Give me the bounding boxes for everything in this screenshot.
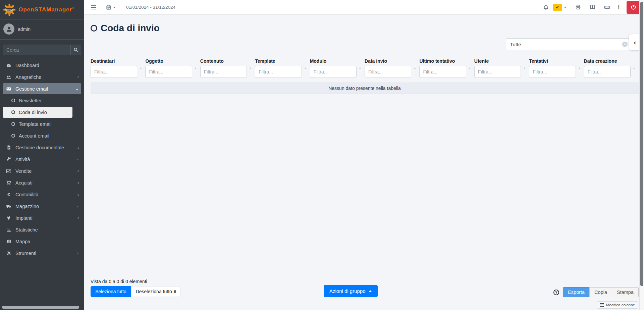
brand-header[interactable]: OSM OpenSTAManager®: [0, 0, 84, 19]
column-header[interactable]: Data invio: [365, 58, 419, 64]
table-footer: Vista da 0 a 0 di 0 elementi Seleziona t…: [91, 268, 639, 310]
session-status-button[interactable]: ✔: [552, 4, 570, 11]
sort-caret-icon[interactable]: ▲: [194, 66, 197, 70]
search-input[interactable]: [3, 45, 70, 55]
sort-caret-icon[interactable]: ▲: [359, 66, 362, 70]
sidebar-item-contabilita[interactable]: € Contabilità ‹: [3, 189, 81, 200]
sidebar-item-anagrafiche[interactable]: Anagrafiche ‹: [3, 71, 81, 83]
search-button[interactable]: [70, 45, 81, 55]
filter-input-tentativi[interactable]: [529, 66, 576, 78]
keyboard-icon: [604, 4, 610, 10]
sidebar-item-attivita[interactable]: Attività ‹: [3, 154, 81, 165]
user-avatar: [3, 23, 14, 35]
filter-input-data-creazione[interactable]: [584, 66, 631, 78]
registered-mark: ®: [72, 7, 74, 10]
column-header[interactable]: Template: [255, 58, 310, 64]
filter-input-ultimo-tentativo[interactable]: [419, 66, 466, 78]
deselect-all-button[interactable]: Deseleziona tutto 0: [131, 286, 181, 297]
table-column-contenuto: Contenuto ▲: [200, 58, 255, 78]
column-header[interactable]: Destinatari: [91, 58, 145, 64]
sort-caret-icon[interactable]: ▲: [633, 66, 636, 70]
sort-caret-icon[interactable]: ▲: [578, 66, 581, 70]
table-column-destinatari: Destinatari ▲: [91, 58, 145, 78]
filter-input-oggetto[interactable]: [145, 66, 192, 78]
group-actions-button[interactable]: Azioni di gruppo: [324, 285, 378, 297]
sidebar-item-dashboard[interactable]: Dashboard: [3, 60, 81, 71]
sidebar-item-mappa[interactable]: Mappa: [3, 236, 81, 247]
column-header[interactable]: Data creazione: [584, 58, 639, 64]
sort-caret-icon[interactable]: ▲: [523, 66, 526, 70]
sidebar-item-gestione-documentale[interactable]: Gestione documentale ‹: [3, 142, 81, 153]
sort-caret-icon[interactable]: ▲: [413, 66, 416, 70]
sidebar-item-account-email[interactable]: Account email: [3, 130, 81, 141]
sidebar-item-label: Gestione email: [15, 86, 48, 92]
select-all-button[interactable]: Seleziona tutto: [91, 286, 131, 297]
sidebar-item-coda-di-invio[interactable]: Coda di invio: [3, 107, 72, 118]
export-button[interactable]: Esporta: [563, 287, 590, 297]
column-header[interactable]: Modulo: [310, 58, 365, 64]
sidebar-item-strumenti[interactable]: Strumenti ‹: [3, 248, 81, 259]
calendar-picker-button[interactable]: [103, 5, 119, 10]
table-column-tentativi: Tentativi ▲: [529, 58, 584, 78]
scrollbar-thumb[interactable]: [640, 2, 643, 286]
filter-input-contenuto[interactable]: [200, 66, 247, 78]
user-panel[interactable]: admin: [0, 19, 84, 40]
filter-input-modulo[interactable]: [310, 66, 357, 78]
column-header[interactable]: Ultimo tentativo: [419, 58, 474, 64]
chevron-left-icon: ‹: [77, 74, 79, 80]
notifications-button[interactable]: [540, 4, 552, 10]
circle-icon: [11, 99, 15, 102]
sidebar-item-gestione-email[interactable]: Gestione email ⌄: [3, 83, 81, 94]
filter-input-destinatari[interactable]: [91, 66, 137, 78]
chevron-left-icon: ‹: [77, 192, 79, 197]
document-icon: [5, 145, 12, 150]
export-button-group: Esporta Copia Stampa: [563, 287, 639, 297]
edit-columns-button[interactable]: Modifica colonne: [597, 301, 638, 309]
date-range[interactable]: 01/01/2024 - 31/12/2024: [126, 5, 175, 10]
sort-caret-icon[interactable]: ▲: [468, 66, 471, 70]
filter-input-template[interactable]: [255, 66, 302, 78]
chevron-left-icon: ‹: [77, 251, 79, 256]
filter-input-data-invio[interactable]: [365, 66, 411, 78]
sort-caret-icon[interactable]: ▲: [304, 66, 307, 70]
check-badge-icon: ✔: [553, 4, 562, 11]
table-column-utente: Utente ▲: [474, 58, 529, 78]
sort-caret-icon[interactable]: ▲: [139, 66, 142, 70]
sidebar-item-impianti[interactable]: Impianti ‹: [3, 212, 81, 223]
sort-caret-icon[interactable]: ▲: [249, 66, 252, 70]
column-header[interactable]: Contenuto: [200, 58, 255, 64]
svg-text:OSM: OSM: [6, 8, 13, 11]
column-header[interactable]: Oggetto: [145, 58, 200, 64]
docs-button[interactable]: [587, 4, 598, 10]
clear-filter-icon[interactable]: ×: [622, 42, 628, 47]
logout-button[interactable]: [627, 1, 640, 14]
sidebar-item-acquisti[interactable]: Acquisti ‹: [3, 177, 81, 188]
sidebar-item-newsletter[interactable]: Newsletter: [3, 95, 81, 106]
sidebar-horizontal-scrollbar[interactable]: [2, 306, 79, 309]
shopping-cart-icon: [5, 180, 12, 186]
table-column-data-invio: Data invio ▲: [365, 58, 419, 78]
deselect-all-label: Deseleziona tutto: [136, 289, 172, 294]
sidebar-item-magazzino[interactable]: Magazzino ‹: [3, 201, 81, 212]
main-content: Coda di invio Tutte × Destinatari ▲ Ogge…: [84, 15, 644, 310]
help-icon[interactable]: ?: [553, 290, 559, 295]
sidebar-toggle-button[interactable]: [88, 5, 100, 10]
sidebar-item-label: Magazzino: [15, 204, 39, 209]
module-filter-select[interactable]: Tutte ×: [506, 38, 639, 50]
sidebar-item-label: Vendite: [15, 168, 32, 174]
sidebar-item-vendite[interactable]: Vendite ‹: [3, 165, 81, 176]
info-button[interactable]: i: [615, 4, 623, 10]
wrench-icon: [5, 157, 12, 162]
print-table-button[interactable]: Stampa: [612, 287, 639, 297]
sidebar-item-template-email[interactable]: Template email: [3, 118, 81, 130]
shortcuts-button[interactable]: [601, 4, 613, 10]
column-header[interactable]: Utente: [474, 58, 529, 64]
euro-icon: €: [5, 192, 12, 197]
sidebar-item-statistiche[interactable]: Statistiche: [3, 224, 81, 235]
vertical-scrollbar[interactable]: [639, 0, 644, 310]
filter-input-utente[interactable]: [474, 66, 521, 78]
copy-button[interactable]: Copia: [589, 287, 612, 297]
print-button[interactable]: [572, 4, 584, 10]
chevron-down-icon: ⌄: [75, 86, 79, 91]
column-header[interactable]: Tentativi: [529, 58, 584, 64]
